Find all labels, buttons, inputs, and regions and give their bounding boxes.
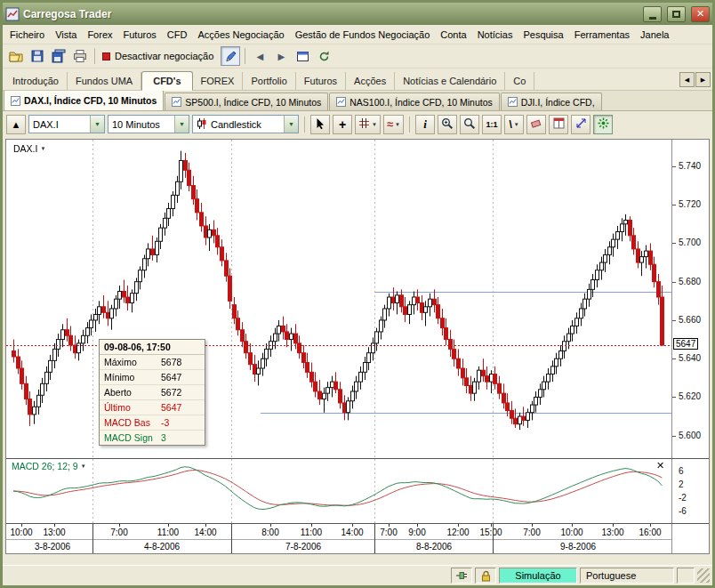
zoom-reset-button[interactable]: 1:1 — [482, 115, 502, 134]
minimize-button[interactable] — [643, 6, 662, 22]
trendline-icon: \ — [509, 118, 511, 131]
timeframe-select[interactable]: 10 Minutos ▼ — [108, 115, 189, 133]
app-window: Carregosa Trader ✕ FicheiroVistaForexFut… — [0, 0, 715, 588]
expand-tool-button[interactable] — [571, 115, 590, 134]
menu-conta[interactable]: Conta — [435, 27, 471, 43]
time-label: 7:00 — [517, 528, 547, 537]
time-label: 12:00 — [443, 528, 473, 537]
symbol-select[interactable]: DAX.I ▼ — [28, 115, 105, 133]
menu-janela[interactable]: Janela — [635, 27, 674, 43]
chart-type-select[interactable]: Candlestick ▼ — [192, 115, 299, 133]
crosshair-tool-button[interactable]: + — [333, 115, 352, 134]
pen-icon[interactable] — [221, 46, 240, 66]
tooltip-row-value: 5672 — [161, 387, 181, 398]
settings-tool-button[interactable] — [593, 115, 613, 134]
time-tick — [205, 524, 206, 527]
disable-trading-toggle[interactable]: Desactivar negociação — [100, 49, 219, 63]
macd-indicator-label[interactable]: MACD 26; 12; 9 ▼ — [12, 461, 86, 471]
day-separator — [231, 524, 232, 553]
close-button[interactable]: ✕ — [691, 6, 710, 22]
day-separator — [374, 524, 375, 553]
maximize-icon — [672, 11, 680, 18]
title-bar: Carregosa Trader ✕ — [3, 3, 712, 25]
window-layout-icon[interactable] — [293, 46, 312, 66]
menu-gest-o-de-fundos-negocia-o[interactable]: Gestão de Fundos Negociação — [290, 27, 436, 43]
save-icon[interactable] — [28, 46, 47, 66]
status-bar: Simulação Portuguese — [3, 565, 712, 585]
panels-icon — [553, 117, 565, 131]
price-tick-label: 5.680 — [679, 277, 701, 286]
one-to-one-icon: 1:1 — [486, 120, 498, 129]
macd-tick-label: -2 — [679, 493, 687, 503]
chart-symbol-label[interactable]: DAX.I ▼ — [13, 143, 45, 154]
menu-ac-es-negocia-o[interactable]: Acções Negociação — [192, 27, 289, 43]
menu-futuros[interactable]: Futuros — [118, 27, 162, 43]
tab-ac-es[interactable]: Acções — [346, 72, 395, 90]
save-all-icon[interactable] — [49, 46, 68, 66]
menu-forex[interactable]: Forex — [82, 27, 117, 43]
chart-icon — [508, 97, 518, 107]
menu-ferramentas[interactable]: Ferramentas — [569, 27, 635, 43]
toolbar-separator — [304, 117, 305, 133]
menu-not-cias[interactable]: Notícias — [472, 27, 518, 43]
date-label: 9-8-2006 — [550, 542, 607, 552]
tab-forex[interactable]: FOREX — [193, 72, 244, 90]
tab-futuros[interactable]: Futuros — [296, 72, 346, 90]
time-axis-corner — [671, 524, 709, 553]
info-tool-button[interactable]: i — [415, 115, 435, 134]
print-icon[interactable] — [70, 46, 90, 66]
time-tick — [21, 524, 22, 527]
time-label: 11:00 — [296, 528, 326, 537]
zoom-button[interactable] — [460, 115, 479, 134]
indicator-tool-button[interactable]: ≈ ▼ — [383, 115, 404, 134]
tooltip-row-label: MACD Bas — [104, 417, 161, 428]
refresh-icon[interactable] — [314, 46, 333, 66]
open-folder-icon[interactable] — [6, 46, 26, 66]
app-icon — [5, 7, 20, 21]
line-tool-button[interactable]: \ ▼ — [504, 115, 524, 134]
menu-cfd[interactable]: CFD — [162, 27, 193, 43]
time-tick — [572, 524, 573, 527]
connection-icon[interactable] — [451, 568, 472, 584]
toolbar-separator — [245, 48, 245, 64]
layout-tool-button[interactable] — [549, 115, 568, 134]
back-icon[interactable]: ◀ — [250, 46, 269, 66]
symbol-lookup-button[interactable]: ▲ — [6, 115, 26, 134]
eraser-tool-button[interactable] — [526, 115, 546, 134]
tab-not-cias-e-calend-rio[interactable]: Notícias e Calendário — [395, 72, 505, 90]
chart-tab-dji-i[interactable]: DJI.I, Índice CFD, — [501, 93, 602, 110]
grid-tool-button[interactable]: ▼ — [355, 115, 381, 134]
chevron-down-icon: ▼ — [372, 122, 377, 127]
language-indicator[interactable]: Portuguese — [580, 568, 674, 584]
menu-vista[interactable]: Vista — [50, 27, 82, 43]
time-tick — [491, 524, 492, 527]
tab-scroll-left-icon[interactable]: ◀ — [679, 72, 695, 87]
menu-ficheiro[interactable]: Ficheiro — [4, 27, 50, 43]
tab-fundos-uma[interactable]: Fundos UMA — [68, 72, 141, 90]
tab-co[interactable]: Co — [505, 72, 534, 90]
tab-portfolio[interactable]: Portfolio — [243, 72, 295, 90]
macd-close-icon[interactable]: ✕ — [656, 460, 664, 471]
tooltip-row-value: 3 — [161, 432, 166, 443]
status-spare-panel — [677, 568, 695, 584]
menu-pesquisa[interactable]: Pesquisa — [518, 27, 568, 43]
price-tick-label: 5.600 — [679, 431, 701, 440]
lock-icon[interactable] — [475, 568, 496, 584]
maximize-button[interactable] — [667, 6, 686, 22]
macd-canvas[interactable] — [6, 459, 671, 523]
resize-grip[interactable] — [697, 568, 710, 583]
zoom-in-button[interactable] — [438, 115, 457, 134]
date-label: 8-8-2006 — [406, 542, 462, 552]
forward-icon[interactable]: ▶ — [271, 46, 291, 66]
window-title: Carregosa Trader — [23, 8, 638, 20]
pointer-tool-button[interactable] — [310, 115, 330, 134]
chart-tab-dax-i[interactable]: DAX.I, Índice CFD, 10 Minutos — [4, 91, 164, 110]
tab-cfd-s[interactable]: CFD's — [141, 71, 192, 91]
close-icon: ✕ — [696, 8, 704, 20]
chart-tab-nas100-i[interactable]: NAS100.I, Índice CFD, 10 Minutos — [329, 93, 500, 110]
tab-scroll-right-icon[interactable]: ▶ — [695, 72, 711, 87]
chart-tab-sp500-i[interactable]: SP500.I, Índice CFD, 10 Minutos — [165, 93, 328, 110]
tab-introdu-o[interactable]: Introdução — [4, 72, 68, 90]
date-label: 7-8-2006 — [275, 542, 332, 552]
chart-tab-label: DJI.I, Índice CFD, — [521, 97, 595, 108]
